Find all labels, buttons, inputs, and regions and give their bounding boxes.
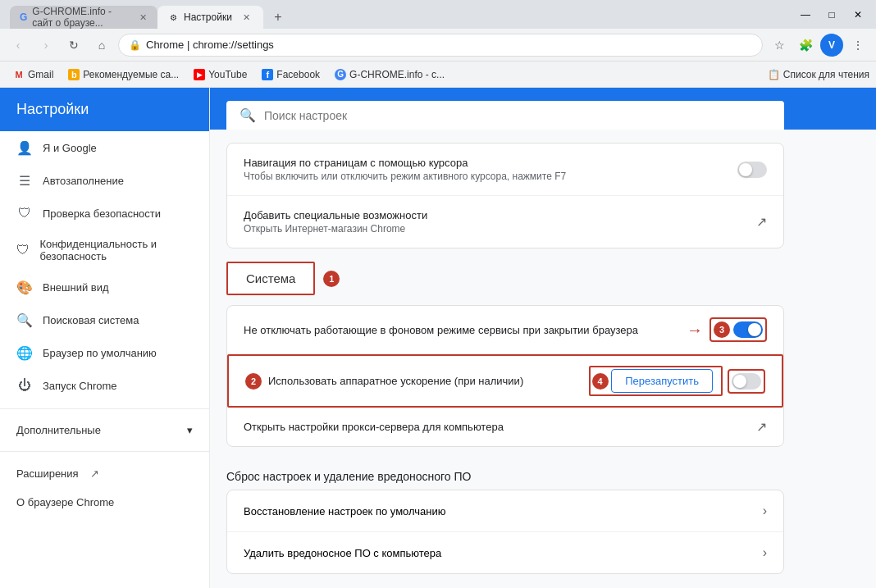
- restart-button[interactable]: Перезапустить: [611, 369, 713, 393]
- sidebar-item-about[interactable]: О браузере Chrome: [0, 488, 209, 517]
- sidebar-item-appearance[interactable]: 🎨 Внешний вид: [0, 271, 209, 303]
- sidebar: Настройки 👤 Я и Google ☰ Автозаполнение …: [0, 88, 210, 588]
- reset-defaults-row[interactable]: Восстановление настроек по умолчанию ›: [227, 490, 783, 532]
- system-section-label: Система: [246, 271, 295, 285]
- bg-service-row: Не отключать работающие в фоновом режиме…: [227, 306, 783, 354]
- reading-list-label: Список для чтения: [783, 69, 869, 80]
- forward-button[interactable]: ›: [34, 34, 57, 57]
- window-titlebar: G G-CHROME.info - сайт о браузе... ✕ ⚙ Н…: [0, 0, 876, 29]
- settings-content: Навигация по страницам с помощью курсора…: [210, 130, 801, 587]
- accessibility-row: Добавить специальные возможности Открыть…: [227, 196, 783, 248]
- bookmark-youtube-label: YouTube: [208, 69, 247, 80]
- window-controls: — □ ✕: [794, 3, 869, 26]
- sidebar-label-me-google: Я и Google: [43, 142, 97, 154]
- reset-defaults-label: Восстановление настроек по умолчанию: [244, 505, 446, 517]
- facebook-icon: f: [262, 69, 273, 80]
- reading-list-icon: 📋: [768, 69, 780, 80]
- hw-accel-row: 2 Использовать аппаратное ускорение (при…: [229, 356, 782, 406]
- remove-malware-row[interactable]: Удалить вредоносное ПО с компьютера ›: [227, 532, 783, 573]
- tab-label-settings: Настройки: [184, 11, 232, 23]
- toolbar-right: ☆ 🧩 V ⋮: [768, 34, 869, 57]
- lock-icon: 🔒: [129, 39, 141, 51]
- sidebar-item-search[interactable]: 🔍 Поисковая система: [0, 303, 209, 336]
- startup-icon: ⏻: [16, 377, 33, 394]
- additional-label: Дополнительные: [16, 424, 101, 436]
- content-area: 🔍 Навигация по страницам с помощью курсо…: [210, 88, 876, 588]
- extensions-button[interactable]: 🧩: [794, 34, 817, 57]
- bookmark-recommended[interactable]: b Рекомендуемые са...: [62, 66, 185, 84]
- back-button[interactable]: ‹: [7, 34, 30, 57]
- tab-close-gchrome[interactable]: ✕: [139, 11, 148, 24]
- hw-accel-highlight: 2 Использовать аппаратное ускорение (при…: [227, 354, 783, 408]
- bg-service-title: Не отключать работающие в фоновом режиме…: [244, 324, 687, 336]
- url-bar[interactable]: 🔒 Chrome | chrome://settings: [118, 34, 763, 57]
- sidebar-item-autofill[interactable]: ☰ Автозаполнение: [0, 164, 209, 197]
- minimize-button[interactable]: —: [794, 3, 817, 26]
- annotation-2: 2: [245, 373, 262, 390]
- bookmarks-bar: M Gmail b Рекомендуемые са... ▶ YouTube …: [0, 62, 876, 88]
- tab-label-gchrome: G-CHROME.info - сайт о браузе...: [32, 6, 130, 29]
- sidebar-item-security-check[interactable]: 🛡 Проверка безопасности: [0, 197, 209, 230]
- hw-accel-toggle[interactable]: [732, 373, 761, 390]
- restart-btn-highlight: 4 Перезапустить: [589, 366, 723, 396]
- sidebar-item-startup[interactable]: ⏻ Запуск Chrome: [0, 369, 209, 402]
- profile-button[interactable]: V: [820, 34, 843, 57]
- sidebar-divider: [0, 408, 209, 409]
- sidebar-title: Настройки: [0, 88, 209, 131]
- sidebar-item-default-browser[interactable]: 🌐 Браузер по умолчанию: [0, 336, 209, 369]
- bg-service-toggle[interactable]: [733, 321, 763, 338]
- menu-button[interactable]: ⋮: [846, 34, 869, 57]
- bookmark-facebook[interactable]: f Facebook: [255, 66, 326, 84]
- reload-button[interactable]: ↻: [62, 34, 85, 57]
- autofill-icon: ☰: [16, 172, 33, 189]
- nav-cursor-row: Навигация по страницам с помощью курсора…: [227, 144, 783, 196]
- url-domain: Chrome: [146, 39, 184, 51]
- bookmark-gmail[interactable]: M Gmail: [7, 66, 60, 84]
- hw-accel-title: Использовать аппаратное ускорение (при н…: [268, 375, 523, 387]
- chevron-down-icon: ▾: [187, 424, 193, 436]
- sidebar-label-appearance: Внешний вид: [43, 281, 109, 294]
- main-layout: Настройки 👤 Я и Google ☰ Автозаполнение …: [0, 88, 876, 588]
- bookmark-youtube[interactable]: ▶ YouTube: [187, 66, 253, 84]
- close-button[interactable]: ✕: [846, 3, 869, 26]
- proxy-row: Открыть настройки прокси-сервера для ком…: [227, 408, 783, 446]
- settings-search-bar[interactable]: 🔍: [226, 101, 784, 130]
- sidebar-item-privacy[interactable]: 🛡 Конфиденциальность и безопасность: [0, 230, 209, 271]
- bookmark-recommended-label: Рекомендуемые са...: [83, 69, 179, 80]
- bookmark-star-button[interactable]: ☆: [768, 34, 791, 57]
- nav-cursor-toggle[interactable]: [737, 162, 767, 178]
- system-section-btn[interactable]: Система: [226, 262, 315, 295]
- accessibility-desc: Открыть Интернет-магазин Chrome: [244, 223, 756, 235]
- tab-favicon-gchrome: G: [20, 11, 27, 23]
- recommended-icon: b: [68, 69, 80, 80]
- tab-close-settings[interactable]: ✕: [240, 11, 253, 24]
- home-button[interactable]: ⌂: [90, 34, 113, 57]
- accessibility-link-icon[interactable]: ↗: [756, 214, 767, 230]
- sidebar-item-me-google[interactable]: 👤 Я и Google: [0, 131, 209, 164]
- search-icon: 🔍: [240, 107, 256, 123]
- reading-list-button[interactable]: 📋 Список для чтения: [768, 69, 869, 80]
- default-browser-icon: 🌐: [16, 344, 33, 361]
- tab-settings[interactable]: ⚙ Настройки ✕: [157, 6, 263, 29]
- sidebar-label-security-check: Проверка безопасности: [43, 207, 161, 220]
- privacy-icon: 🛡: [16, 242, 30, 258]
- sidebar-item-additional[interactable]: Дополнительные ▾: [0, 416, 209, 444]
- appearance-icon: 🎨: [16, 279, 33, 295]
- annotation-3: 3: [714, 321, 730, 338]
- proxy-link-icon[interactable]: ↗: [756, 419, 767, 435]
- address-bar: ‹ › ↻ ⌂ 🔒 Chrome | chrome://settings ☆ 🧩…: [0, 29, 876, 62]
- bookmark-gchrome[interactable]: G G-CHROME.info - с...: [328, 66, 451, 84]
- maximize-button[interactable]: □: [820, 3, 843, 26]
- tab-gchrome[interactable]: G G-CHROME.info - сайт о браузе... ✕: [10, 6, 157, 29]
- chevron-right-icon-1: ›: [763, 504, 767, 518]
- annotation-4: 4: [592, 373, 609, 390]
- search-input[interactable]: [264, 109, 771, 122]
- sidebar-item-extensions[interactable]: Расширения ↗: [0, 458, 209, 488]
- nav-cursor-desc: Чтобы включить или отключить режим актив…: [244, 171, 737, 182]
- url-text: Chrome | chrome://settings: [146, 39, 274, 51]
- new-tab-button[interactable]: +: [267, 6, 290, 29]
- tabs-area: G G-CHROME.info - сайт о браузе... ✕ ⚙ Н…: [7, 0, 290, 29]
- bookmark-gmail-label: Gmail: [28, 69, 53, 80]
- sidebar-divider-2: [0, 451, 209, 452]
- sidebar-label-default-browser: Браузер по умолчанию: [43, 347, 157, 359]
